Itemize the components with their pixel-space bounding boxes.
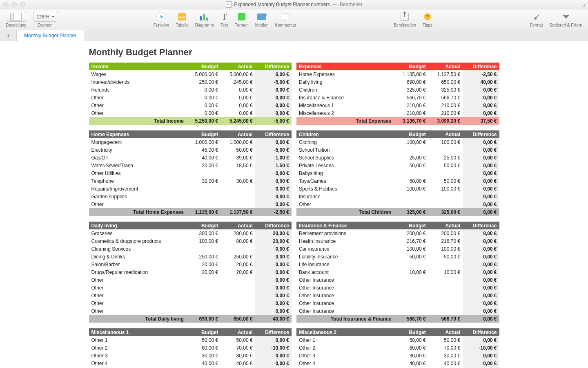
table-row[interactable]: Salon/Barber20,00 €20,00 €0,00 € [89,260,292,268]
table-row[interactable]: Other0,00 €0,00 €0,00 € [89,109,292,117]
row-budget [186,284,220,292]
table-row[interactable]: Other 440,00 €40,00 €0,00 € [89,359,292,367]
table-row[interactable]: Other 260,00 €70,00 €-10,00 € [296,344,499,352]
table-row[interactable]: Other 330,00 €30,00 €0,00 € [89,352,292,359]
table-button[interactable]: Tabelle [176,11,189,27]
table-row[interactable]: Telephone30,00 €30,00 €0,00 € [89,177,292,185]
table-row[interactable]: Other0,00 € [89,200,292,208]
table-row[interactable]: Sports & Hobbies100,00 €100,00 €0,00 € [296,185,499,193]
row-budget: 50,00 € [394,162,428,169]
table-row[interactable]: Car insurance100,00 €100,00 €0,00 € [296,245,499,253]
table-row[interactable]: Liability insurance50,00 €50,00 €0,00 € [296,253,499,260]
table-miscellaneous-2[interactable]: Miscellaneous 2BudgetActualDifferenceOth… [296,328,499,368]
table-row[interactable]: Other Insurance0,00 € [296,307,499,315]
table-daily-living[interactable]: Daily livingBudgetActualDifferenceGrocer… [89,222,292,323]
row-actual: 30,00 € [428,352,463,359]
table-row[interactable]: Insurance0,00 € [296,193,499,200]
tips-icon: ? [424,13,431,20]
table-row[interactable]: Mortgage/rent1.000,00 €1.000,00 €0,00 € [89,138,292,146]
row-actual: 70,00 € [220,344,255,352]
row-budget [186,292,220,299]
fullscreen-icon[interactable] [580,2,585,7]
table-insurance-finance[interactable]: Insurance & FinanceBudgetActualDifferenc… [296,222,499,323]
table-row[interactable]: Refunds0,00 €0,00 €0,00 € [89,86,292,94]
table-income[interactable]: IncomeBudgetActualDifferenceWages5.000,0… [89,63,292,125]
table-row[interactable]: Bank account10,00 €10,00 €0,00 € [296,268,499,276]
table-miscellaneous-1[interactable]: Miscellaneous 1BudgetActualDifferenceOth… [89,328,292,368]
table-row[interactable]: Other0,00 € [296,200,499,208]
table-row[interactable]: Insurance & Finance566,70 €566,70 €0,00 … [296,94,499,101]
table-row[interactable]: Other 260,00 €70,00 €-10,00 € [89,344,292,352]
table-row[interactable]: Other0,00 € [89,307,292,315]
sort-filter-button[interactable]: Sortieren & Filtern [549,11,582,27]
table-row[interactable]: Daily living690,00 €650,00 €40,00 € [296,78,499,86]
table-row[interactable]: Garden supplies0,00 € [89,193,292,200]
total-actual: 1.137,50 € [220,208,255,216]
table-row[interactable]: Other Insurance0,00 € [296,299,499,307]
close-window-icon[interactable] [3,2,9,7]
comment-button[interactable]: Kommentar [275,11,296,27]
table-row[interactable]: Other0,00 €0,00 €0,00 € [89,94,292,101]
table-row[interactable]: Retirement provisions200,00 €200,00 €0,0… [296,229,499,237]
table-row[interactable]: School Supplies25,00 €25,00 €0,00 € [296,154,499,162]
table-row[interactable]: Miscellaneous 1210,00 €210,00 €0,00 € [296,101,499,109]
table-row[interactable]: Electricity45,00 €50,00 €-5,00 € [89,146,292,154]
minimize-window-icon[interactable] [11,2,17,7]
table-row[interactable]: Other 330,00 €30,00 €0,00 € [296,352,499,359]
share-button[interactable]: Bereitstellen [394,11,416,27]
table-row[interactable]: Other0,00 € [89,284,292,292]
table-row[interactable]: Other0,00 € [89,276,292,284]
chart-button[interactable]: Diagramm [195,11,214,27]
table-row[interactable]: Water/Sewer/Trash20,00 €18,50 €1,50 € [89,162,292,169]
table-row[interactable]: Miscellaneous 2210,00 €210,00 €0,00 € [296,109,499,117]
row-label: Other [89,299,186,307]
table-row[interactable]: Cosmetics & drugstore products100,00 €80… [89,237,292,245]
table-row[interactable]: Babysitting0,00 € [296,169,499,177]
text-button[interactable]: T Text [220,11,228,27]
format-button[interactable]: Format [530,11,543,27]
table-row[interactable]: Health insurance216,70 €216,70 €0,00 € [296,237,499,245]
view-button[interactable]: Darstellung [6,11,27,27]
canvas[interactable]: Monthly Budget Planner IncomeBudgetActua… [0,41,588,368]
add-sheet-button[interactable]: ＋ [0,30,17,41]
row-diff: 0,00 € [255,193,292,200]
table-row[interactable]: Gas/Oil40,00 €39,00 €1,00 € [89,154,292,162]
table-row[interactable]: Other0,00 € [89,292,292,299]
table-row[interactable]: Other0,00 € [89,299,292,307]
table-row[interactable]: Other 440,00 €40,00 €0,00 € [296,359,499,367]
zoom-select[interactable]: 125 % Zoomen [33,11,57,27]
table-row[interactable]: Children325,00 €325,00 €0,00 € [296,86,499,94]
row-budget: 0,00 € [186,109,220,117]
table-row[interactable]: Other Insurance0,00 € [296,284,499,292]
table-row[interactable]: Dining & Drinks250,00 €250,00 €0,00 € [89,253,292,260]
sheet-tab-1[interactable]: Monthly Budget Planner [17,30,84,41]
table-row[interactable]: Wages5.000,00 €5.000,00 €0,00 € [89,70,292,78]
table-row[interactable]: Home Expenses1.135,00 €1.137,50 €-2,50 € [296,70,499,78]
table-row[interactable]: Other Utilities0,00 € [89,169,292,177]
zoom-window-icon[interactable] [20,2,25,7]
function-button[interactable]: fx Funktion [154,11,169,27]
table-row[interactable]: Other 150,00 €50,00 €0,00 € [296,336,499,344]
table-children[interactable]: ChildrenBudgetActualDifferenceClothing10… [296,130,499,216]
table-row[interactable]: Repairs/Improvement0,00 € [89,185,292,193]
table-row[interactable]: Other Insurance0,00 € [296,292,499,299]
table-row[interactable]: Interest/dividends250,00 €245,00 €-5,00 … [89,78,292,86]
media-button[interactable]: Medien [255,11,269,27]
table-row[interactable]: Drugs/Regular medication20,00 €20,00 €0,… [89,268,292,276]
table-row[interactable]: Clothing100,00 €100,00 €0,00 € [296,138,499,146]
table-row[interactable]: Other 150,00 €50,00 €0,00 € [89,336,292,344]
row-actual [220,276,255,284]
total-diff: 37,50 € [463,117,499,125]
table-expenses[interactable]: ExpensesBudgetActualDifferenceHome Expen… [296,63,499,125]
table-row[interactable]: Groceries300,00 €280,00 €20,00 € [89,229,292,237]
table-row[interactable]: School Tuition0,00 € [296,146,499,154]
table-row[interactable]: Cleaning Services0,00 € [89,245,292,253]
table-row[interactable]: Life insurance0,00 € [296,260,499,268]
table-row[interactable]: Toys/Games50,00 €50,00 €0,00 € [296,177,499,185]
table-row[interactable]: Private Lessons50,00 €50,00 €0,00 € [296,162,499,169]
tips-button[interactable]: ? Tipps [423,11,432,27]
table-row[interactable]: Other Insurance0,00 € [296,276,499,284]
table-row[interactable]: Other0,00 €0,00 €0,00 € [89,101,292,109]
table-home-expenses[interactable]: Home ExpensesBudgetActualDifferenceMortg… [89,130,292,216]
shapes-button[interactable]: Formen [234,11,248,27]
